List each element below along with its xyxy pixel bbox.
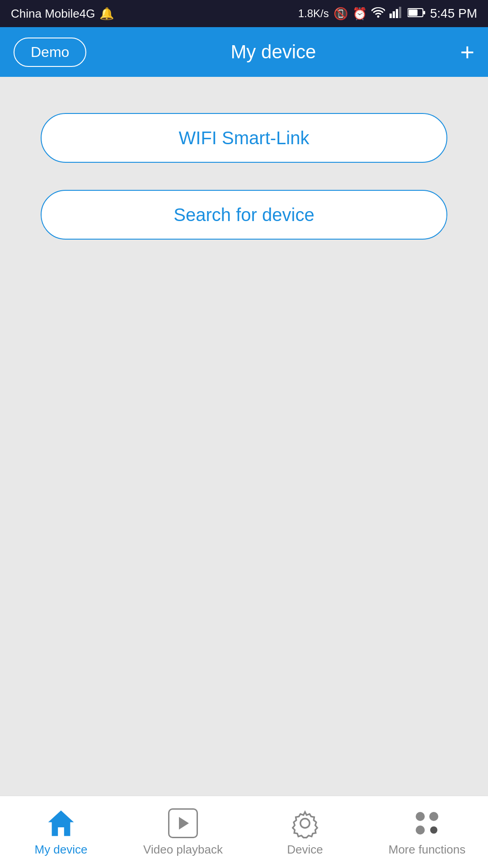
gear-icon [289, 807, 321, 839]
carrier-label: China Mobile4G [11, 7, 95, 21]
nav-label-video-playback: Video playback [143, 843, 223, 857]
svg-point-7 [300, 819, 310, 828]
status-left: China Mobile4G 🔔 [11, 7, 114, 21]
nav-label-more-functions: More functions [389, 843, 466, 857]
svg-rect-0 [389, 14, 392, 18]
status-right: 1.8K/s 📵 ⏰ 5:45 PM [298, 6, 477, 21]
bottom-nav: My device Video playback Device [0, 796, 488, 868]
nav-item-my-device[interactable]: My device [0, 807, 122, 857]
main-content: WIFI Smart-Link Search for device [0, 77, 488, 796]
nav-label-my-device: My device [34, 843, 87, 857]
nav-item-more-functions[interactable]: More functions [366, 807, 488, 857]
status-bar: China Mobile4G 🔔 1.8K/s 📵 ⏰ [0, 0, 488, 27]
wifi-icon [371, 6, 385, 21]
page-title: My device [230, 41, 316, 63]
wifi-smart-link-button[interactable]: WIFI Smart-Link [41, 113, 447, 163]
home-icon [45, 807, 77, 839]
demo-button[interactable]: Demo [14, 38, 86, 67]
svg-rect-3 [399, 7, 401, 18]
time-label: 5:45 PM [430, 6, 477, 21]
video-playback-icon [167, 807, 199, 839]
search-device-button[interactable]: Search for device [41, 190, 447, 240]
svg-rect-2 [396, 9, 398, 18]
svg-rect-6 [423, 11, 425, 14]
nav-item-device[interactable]: Device [244, 807, 366, 857]
sim-icon: 📵 [333, 7, 348, 21]
app-bar: Demo My device + [0, 27, 488, 77]
alarm-icon: ⏰ [352, 7, 367, 21]
signal-icon [389, 6, 403, 21]
nav-item-video-playback[interactable]: Video playback [122, 807, 244, 857]
battery-icon [408, 7, 426, 21]
nav-label-device: Device [287, 843, 323, 857]
svg-rect-5 [408, 9, 418, 16]
network-speed: 1.8K/s [298, 7, 329, 20]
more-functions-icon [411, 807, 443, 839]
svg-rect-1 [393, 11, 395, 18]
add-device-button[interactable]: + [460, 40, 474, 64]
notification-icon: 🔔 [99, 7, 114, 21]
